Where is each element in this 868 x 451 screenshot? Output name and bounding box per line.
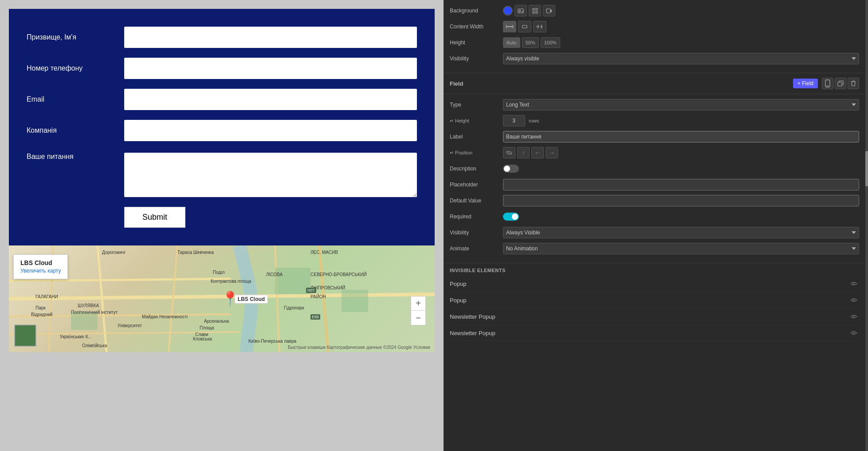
- city-label-12: Політехнічний інститут: [71, 310, 118, 315]
- form-row-email: Email: [27, 89, 417, 110]
- invisible-label-1: Popup: [450, 297, 848, 304]
- content-width-custom-btn[interactable]: [533, 21, 546, 32]
- invisible-eye-3[interactable]: [848, 328, 859, 338]
- form-label-phone: Номер телефону: [27, 64, 124, 72]
- city-label-16: Парк: [35, 305, 46, 310]
- canvas-area: Призвище, Ім'я Номер телефону Email Комп…: [0, 0, 444, 451]
- panel-scrollbar-thumb[interactable]: [865, 151, 868, 186]
- position-up-btn[interactable]: ↑: [517, 147, 530, 158]
- city-label-21: Українських К...: [60, 334, 92, 339]
- invisible-eye-2[interactable]: [848, 311, 859, 322]
- visibility-label: Visibility: [450, 55, 503, 62]
- form-textarea-message[interactable]: [124, 153, 417, 197]
- animate-select[interactable]: No Animation: [503, 243, 859, 254]
- invisible-eye-0[interactable]: [848, 278, 859, 289]
- position-hide-btn[interactable]: [503, 147, 515, 158]
- height-100-btn[interactable]: 100%: [541, 37, 560, 48]
- form-input-email[interactable]: [124, 89, 417, 110]
- form-label-name: Призвище, Ім'я: [27, 33, 124, 41]
- label-row: Label: [450, 131, 859, 143]
- svg-rect-22: [522, 25, 527, 28]
- city-label-15: Гідропарк: [284, 305, 304, 310]
- field-copy-btn[interactable]: [835, 78, 846, 89]
- default-value-label: Default Value: [450, 198, 503, 204]
- map-zoom-out[interactable]: −: [411, 311, 425, 325]
- bg-video-btn[interactable]: [543, 5, 555, 16]
- default-value-input[interactable]: [503, 195, 859, 206]
- form-block: Призвище, Ім'я Номер телефону Email Комп…: [9, 9, 435, 245]
- form-row-name: Призвище, Ім'я: [27, 27, 417, 48]
- invisible-item-3: Newsletter Popup: [450, 325, 859, 341]
- field-visibility-row: Visibility Always Visible: [450, 226, 859, 239]
- height-controls: Auto 50% 100%: [503, 37, 859, 48]
- position-controls: ↑ ← →: [503, 147, 859, 158]
- city-label-2: Тараса Шевченка: [177, 250, 214, 255]
- city-label-4: Контрактова площа: [211, 279, 251, 284]
- right-panel: Background Content Width: [444, 0, 865, 451]
- position-row: ↵ Position ↑ ← →: [450, 146, 859, 159]
- invisible-eye-1[interactable]: [848, 295, 859, 305]
- panel-scrollbar[interactable]: [865, 0, 868, 451]
- field-add-button[interactable]: + Field: [793, 79, 818, 88]
- visibility-row: Visibility Always visible: [450, 52, 859, 65]
- field-visibility-select[interactable]: Always Visible: [503, 227, 859, 238]
- city-label-17: Відрадний: [31, 312, 52, 317]
- placeholder-input[interactable]: [503, 179, 859, 190]
- required-label: Required: [450, 214, 503, 220]
- placeholder-row: Placeholder: [450, 178, 859, 191]
- right-panel-container: Background Content Width: [444, 0, 868, 451]
- city-label-11: ШУЛЯВКА: [78, 303, 99, 308]
- bg-photo-btn[interactable]: [515, 5, 527, 16]
- invisible-label-2: Newsletter Popup: [450, 313, 848, 320]
- background-label: Background: [450, 8, 503, 14]
- type-row: Type Long Text: [450, 99, 859, 111]
- svg-rect-14: [533, 8, 534, 10]
- content-width-center-btn[interactable]: [518, 21, 531, 32]
- field-settings-section: Type Long Text ↵ Height rows Label: [444, 94, 865, 263]
- height-auto-btn[interactable]: Auto: [503, 37, 520, 48]
- position-right-btn[interactable]: →: [546, 147, 558, 158]
- svg-point-33: [853, 332, 855, 334]
- map-enlarge-link[interactable]: Увеличить карту: [20, 268, 61, 274]
- form-row-phone: Номер телефону: [27, 58, 417, 79]
- rows-unit-label: rows: [529, 118, 539, 123]
- city-label-18: Університет: [118, 323, 142, 328]
- bg-grid-btn[interactable]: [529, 5, 541, 16]
- invisible-section-title: Invisible Elements: [450, 268, 859, 273]
- form-input-phone[interactable]: [124, 58, 417, 79]
- map-tooltip: LBS Cloud Увеличить карту: [13, 254, 68, 279]
- content-width-full-btn[interactable]: [503, 21, 516, 32]
- field-delete-btn[interactable]: [848, 78, 859, 89]
- form-input-company[interactable]: [124, 120, 417, 141]
- svg-point-32: [853, 316, 855, 317]
- description-toggle[interactable]: [503, 165, 519, 173]
- background-row: Background: [450, 4, 859, 17]
- background-color-picker[interactable]: [503, 6, 513, 16]
- city-label-19: Площа: [200, 325, 214, 330]
- height-row: Height Auto 50% 100%: [450, 36, 859, 49]
- required-toggle[interactable]: [503, 213, 519, 221]
- visibility-select[interactable]: Always visible: [503, 53, 859, 64]
- label-label: Label: [450, 134, 503, 140]
- field-height-row: ↵ Height rows: [450, 115, 859, 127]
- field-mobile-btn[interactable]: [822, 78, 833, 89]
- label-input[interactable]: [503, 131, 859, 142]
- map-footer: Быстрые клавиши Картографические данные …: [288, 345, 430, 350]
- city-label-24: Олімпійська: [82, 343, 107, 348]
- required-row: Required: [450, 210, 859, 223]
- svg-rect-11: [342, 290, 368, 312]
- submit-button[interactable]: Submit: [124, 207, 185, 228]
- svg-point-31: [853, 299, 855, 301]
- svg-rect-10: [275, 268, 310, 294]
- map-zoom-in[interactable]: +: [411, 297, 425, 311]
- form-label-company: Компанія: [27, 127, 124, 135]
- map-pin-label: LBS Cloud: [235, 295, 268, 304]
- invisible-item-1: Popup: [450, 292, 859, 309]
- field-visibility-label: Visibility: [450, 229, 503, 236]
- type-select[interactable]: Long Text: [503, 99, 859, 111]
- form-input-name[interactable]: [124, 27, 417, 48]
- height-50-btn[interactable]: 50%: [522, 37, 539, 48]
- invisible-item-2: Newsletter Popup: [450, 309, 859, 325]
- position-left-btn[interactable]: ←: [531, 147, 544, 158]
- rows-input[interactable]: [503, 115, 525, 127]
